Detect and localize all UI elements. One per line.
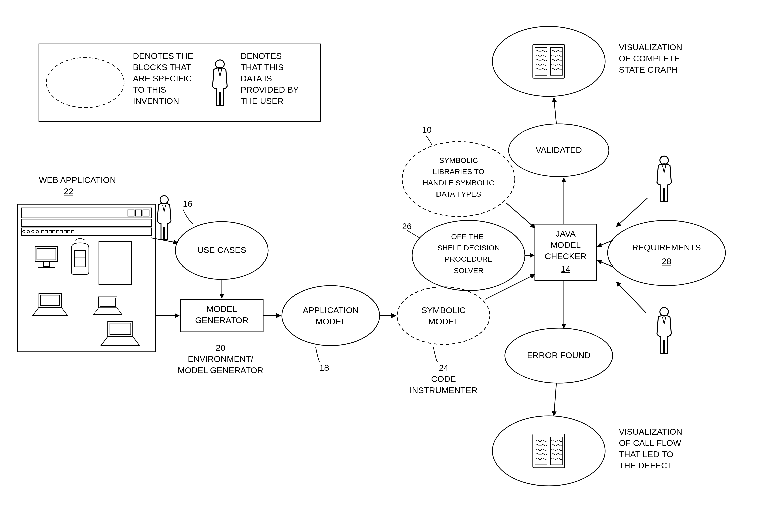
svg-rect-39 [41,295,60,305]
svg-text:OF COMPLETE: OF COMPLETE [619,54,680,63]
svg-text:MODEL GENERATOR: MODEL GENERATOR [178,365,263,375]
svg-text:THE USER: THE USER [241,96,284,106]
svg-text:VALIDATED: VALIDATED [536,145,582,154]
java-ref: 14 [561,264,570,273]
tablet-icon [99,242,131,284]
svg-text:HANDLE SYMBOLIC: HANDLE SYMBOLIC [423,179,494,187]
svg-rect-43 [110,323,131,335]
web-application-block: WEB APPLICATION 22 [18,175,155,352]
svg-rect-26 [49,231,51,233]
svg-text:PROVIDED BY: PROVIDED BY [241,85,299,94]
svg-rect-24 [41,231,44,233]
document-pair-icon [533,44,565,78]
svg-text:PROCEDURE: PROCEDURE [445,255,492,263]
user-icon [157,196,171,240]
diagram-canvas: DENOTES THE BLOCKS THAT ARE SPECIFIC TO … [0,0,764,532]
svg-text:ENVIRONMENT/: ENVIRONMENT/ [188,354,253,364]
svg-rect-30 [64,231,67,233]
svg-text:BLOCKS THAT: BLOCKS THAT [133,62,191,72]
svg-rect-32 [72,231,74,233]
svg-point-23 [36,231,39,233]
svg-text:THAT THIS: THAT THIS [241,62,284,72]
browser-window-icon [18,204,155,352]
laptop-icon [94,297,122,314]
use-cases-label: USE CASES [197,245,246,255]
arrow-user-top-to-req [616,198,648,227]
svg-text:SOLVER: SOLVER [454,266,483,274]
arrow-symlib-to-java [506,203,535,228]
svg-rect-28 [56,231,59,233]
svg-rect-35 [43,262,49,266]
arrow-user-bot-to-req [616,282,647,313]
svg-text:LIBRARIES TO: LIBRARIES TO [433,167,484,176]
arrow-symmodel-to-java [485,274,535,299]
svg-text:OFF-THE-: OFF-THE- [451,233,486,241]
laptop-icon [101,321,139,346]
svg-text:APPLICATION: APPLICATION [303,305,359,315]
svg-text:JAVA: JAVA [555,229,576,239]
svg-text:TO THIS: TO THIS [133,85,166,94]
svg-text:MODEL: MODEL [316,317,346,326]
svg-rect-31 [68,231,70,233]
svg-point-22 [32,231,34,233]
legend-user-text: DENOTES [241,51,282,61]
requirements-node [608,220,725,285]
svg-text:MODEL: MODEL [550,240,581,250]
legend-ellipse-text: DENOTES THE [133,51,193,61]
svg-text:CODE: CODE [431,374,456,384]
legend-dashed-ellipse-icon [46,58,124,108]
viz-state-graph-node [492,26,605,96]
svg-rect-18 [21,228,152,236]
solver-ref: 26 [402,221,412,231]
user-icon [657,156,671,202]
laptop-icon [33,293,68,316]
svg-text:GENERATOR: GENERATOR [195,315,248,325]
svg-text:MODEL: MODEL [429,317,459,326]
svg-point-21 [27,231,30,233]
svg-text:THE DEFECT: THE DEFECT [619,460,672,470]
svg-rect-14 [128,210,134,216]
computer-icon [35,247,58,267]
svg-text:ERROR FOUND: ERROR FOUND [527,350,590,360]
svg-rect-33 [35,247,58,262]
document-pair-icon [533,434,565,468]
svg-text:CHECKER: CHECKER [545,252,586,261]
legend-box: DENOTES THE BLOCKS THAT ARE SPECIFIC TO … [39,44,321,121]
arrow-error-to-vizbot [554,383,556,416]
arrow-req-to-java-b [597,261,613,267]
svg-rect-25 [45,231,48,233]
svg-text:DATA TYPES: DATA TYPES [436,190,481,198]
env-model-ref: 20 [216,343,225,352]
svg-text:OF CALL FLOW: OF CALL FLOW [619,438,681,447]
svg-rect-41 [100,298,115,306]
use-cases-ref: 16 [183,199,192,208]
svg-text:SYMBOLIC: SYMBOLIC [439,156,478,164]
requirements-ref: 28 [662,257,671,266]
svg-text:DATA IS: DATA IS [241,74,272,83]
svg-rect-15 [135,210,141,216]
user-icon [657,307,671,353]
code-instrumenter-ref: 24 [439,363,448,372]
svg-text:ARE SPECIFIC: ARE SPECIFIC [133,74,192,83]
web-app-label: WEB APPLICATION [39,175,116,185]
svg-rect-34 [37,249,56,260]
sym-lib-ref: 10 [422,125,432,134]
svg-rect-29 [60,231,63,233]
svg-text:INVENTION: INVENTION [133,96,179,106]
app-model-ref: 18 [319,363,329,372]
svg-text:SYMBOLIC: SYMBOLIC [422,305,466,315]
arrow-validated-to-viztop [554,98,556,124]
viz-call-flow-node [492,416,605,486]
svg-point-20 [23,231,25,233]
svg-text:REQUIREMENTS: REQUIREMENTS [632,243,701,252]
svg-text:MODEL: MODEL [207,304,237,314]
svg-text:SHELF DECISION: SHELF DECISION [437,244,500,252]
symbolic-model-node [397,287,490,344]
viz-bot-label: VISUALIZATION [619,427,682,436]
viz-top-label: VISUALIZATION [619,42,682,52]
svg-text:INSTRUMENTER: INSTRUMENTER [410,386,478,395]
svg-rect-16 [143,210,149,216]
application-model-node [282,285,380,346]
svg-rect-27 [53,231,55,233]
legend-person-icon [213,60,227,106]
